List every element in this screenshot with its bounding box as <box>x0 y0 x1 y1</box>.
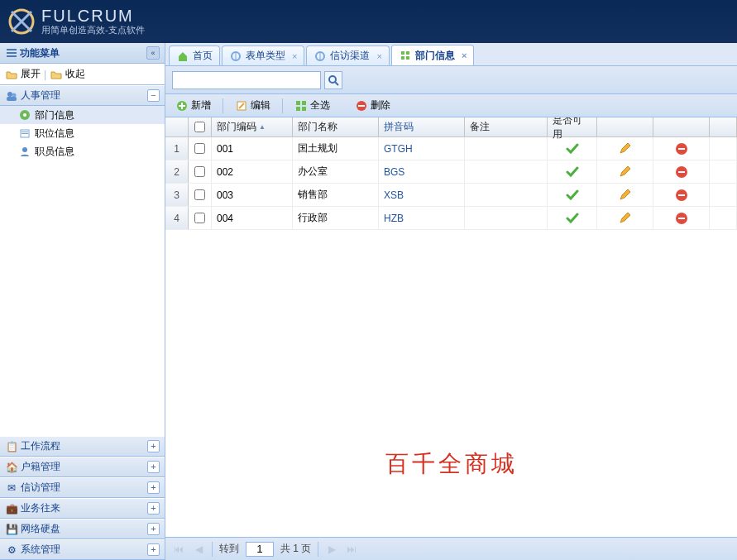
svg-rect-2 <box>7 52 17 54</box>
svg-rect-19 <box>401 56 404 60</box>
cell-pinyin: XSB <box>379 184 465 206</box>
svg-rect-17 <box>401 51 404 55</box>
tab-2[interactable]: 信访渠道× <box>306 45 389 65</box>
brand-name: FULCRUM <box>41 7 145 26</box>
row-checkbox[interactable] <box>194 213 205 223</box>
sidebar-title-bar: 功能菜单 « <box>0 43 165 64</box>
next-page-button[interactable]: ▶ <box>325 543 338 556</box>
tab-icon <box>176 50 189 63</box>
row-checkbox-cell <box>189 137 212 160</box>
cell-delete[interactable] <box>653 137 710 160</box>
accordion-header-hr[interactable]: 人事管理 − <box>0 85 165 106</box>
collapse-all-button[interactable]: 收起 <box>50 67 85 81</box>
close-icon[interactable]: × <box>376 51 381 61</box>
goto-label: 转到 <box>219 542 239 556</box>
cell-edit[interactable] <box>597 207 653 229</box>
first-page-button[interactable]: ⏮ <box>172 543 185 556</box>
search-input[interactable] <box>172 71 321 89</box>
pencil-icon <box>619 165 632 179</box>
table-row[interactable]: 3003销售部XSB <box>165 184 737 207</box>
table-row[interactable]: 1001国土规划GTGH <box>165 137 737 160</box>
tree-node-1[interactable]: 职位信息 <box>0 124 165 142</box>
tree-node-0[interactable]: 部门信息 <box>0 106 165 124</box>
group-icon: ✉ <box>5 481 18 495</box>
accordion-header-0[interactable]: 📋工作流程+ <box>0 436 165 457</box>
select-all-button[interactable]: 全选 <box>290 97 335 114</box>
col-header-note[interactable]: 备注 <box>465 117 548 136</box>
tab-0[interactable]: 首页 <box>169 45 220 65</box>
accordion-header-3[interactable]: 💼业务往来+ <box>0 498 165 519</box>
separator <box>223 98 223 113</box>
cell-delete[interactable] <box>653 207 710 229</box>
row-number: 2 <box>165 160 189 183</box>
cell-name: 国土规划 <box>293 137 379 160</box>
edit-icon <box>235 99 248 112</box>
search-button[interactable] <box>324 71 342 89</box>
row-checkbox[interactable] <box>194 143 205 154</box>
row-number: 4 <box>165 207 189 229</box>
sidebar-collapse-button[interactable]: « <box>146 46 160 60</box>
col-header-avail[interactable]: 是否可用 <box>548 117 597 136</box>
svg-rect-3 <box>7 55 17 57</box>
table-row[interactable]: 2002办公室BGS <box>165 160 737 184</box>
svg-rect-30 <box>358 105 365 107</box>
tree-node-icon <box>18 145 31 158</box>
folder-icon <box>50 68 63 81</box>
cell-edit[interactable] <box>597 137 653 160</box>
cell-edit[interactable] <box>597 160 653 183</box>
cell-code: 001 <box>212 137 293 160</box>
brand-tagline: 用简单创造高效-支点软件 <box>41 24 145 36</box>
check-icon <box>566 142 579 156</box>
remove-icon <box>675 189 688 202</box>
cell-note <box>465 207 548 229</box>
group-icon: 💾 <box>5 523 18 536</box>
close-icon[interactable]: × <box>462 50 467 60</box>
cell-pinyin: GTGH <box>379 137 465 160</box>
svg-rect-28 <box>302 107 306 111</box>
remove-icon <box>675 165 688 179</box>
pencil-icon <box>619 142 632 156</box>
svg-rect-11 <box>22 133 28 134</box>
svg-line-22 <box>335 82 338 85</box>
select-all-checkbox[interactable] <box>194 122 205 132</box>
tab-icon <box>399 49 412 62</box>
accordion-header-4[interactable]: 💾网络硬盘+ <box>0 519 165 539</box>
accordion-header-2[interactable]: ✉信访管理+ <box>0 477 165 498</box>
delete-button[interactable]: 删除 <box>350 97 395 114</box>
tab-icon <box>313 50 327 63</box>
search-bar <box>165 66 737 94</box>
prev-page-button[interactable]: ◀ <box>192 543 205 556</box>
total-pages-label: 共 1 页 <box>280 542 311 556</box>
accordion-header-1[interactable]: 🏠户籍管理+ <box>0 457 165 477</box>
tree-node-2[interactable]: 职员信息 <box>0 142 165 160</box>
tree-toolbar: 展开 | 收起 <box>0 64 165 85</box>
page-input[interactable] <box>246 542 274 557</box>
col-header-name[interactable]: 部门名称 <box>293 117 379 136</box>
col-header-code[interactable]: 部门编码 <box>212 117 293 136</box>
tab-1[interactable]: 表单类型× <box>222 45 304 65</box>
add-button[interactable]: 新增 <box>170 97 216 114</box>
tab-3[interactable]: 部门信息× <box>391 45 474 65</box>
menu-icon <box>5 46 18 60</box>
cell-name: 办公室 <box>293 160 379 183</box>
close-icon[interactable]: × <box>292 51 297 61</box>
edit-button[interactable]: 编辑 <box>230 97 275 114</box>
svg-rect-26 <box>302 101 306 105</box>
expand-all-button[interactable]: 展开 <box>5 67 41 81</box>
svg-rect-1 <box>7 49 17 50</box>
tab-bar: 首页表单类型×信访渠道×部门信息× <box>165 43 737 66</box>
cell-delete[interactable] <box>653 160 710 183</box>
svg-point-8 <box>23 113 26 117</box>
table-row[interactable]: 4004行政部HZB <box>165 207 737 230</box>
minus-icon: − <box>147 89 160 102</box>
cell-delete[interactable] <box>653 184 710 206</box>
col-header-pinyin[interactable]: 拼音码 <box>379 117 465 136</box>
row-checkbox[interactable] <box>194 189 205 200</box>
accordion-header-5[interactable]: ⚙系统管理+ <box>0 539 165 560</box>
svg-rect-6 <box>7 97 17 101</box>
grid-toolbar: 新增 编辑 全选 删除 <box>165 94 737 117</box>
row-checkbox[interactable] <box>194 166 205 177</box>
last-page-button[interactable]: ⏭ <box>345 543 358 556</box>
checkbox-header[interactable] <box>189 117 212 136</box>
cell-edit[interactable] <box>597 184 653 206</box>
